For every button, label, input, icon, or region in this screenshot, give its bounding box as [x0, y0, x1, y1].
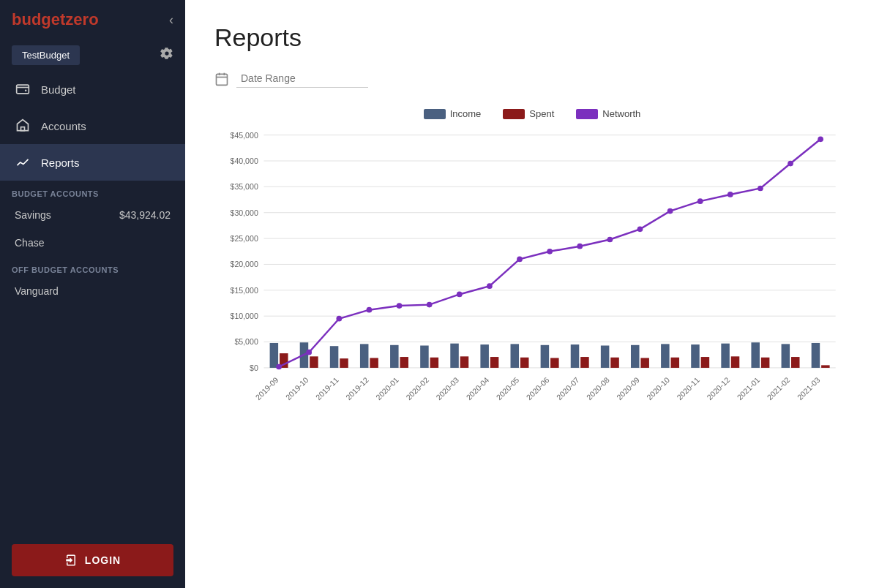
svg-rect-33	[360, 344, 369, 368]
svg-rect-49	[601, 345, 610, 367]
svg-text:2019-10: 2019-10	[284, 375, 310, 402]
svg-text:$40,000: $40,000	[231, 157, 258, 165]
svg-text:$15,000: $15,000	[231, 286, 258, 295]
nav-label-reports: Reports	[41, 157, 80, 169]
calendar-icon	[214, 72, 229, 86]
svg-text:2020-10: 2020-10	[645, 375, 671, 402]
account-name-vanguard: Vanguard	[15, 285, 59, 297]
legend-label-income: Income	[450, 108, 482, 119]
chart-svg: $0$5,000$10,000$15,000$20,000$25,000$30,…	[214, 128, 850, 424]
chart-container: Income Spent Networth $0$5,000$10,000$15…	[214, 108, 850, 424]
svg-text:2019-09: 2019-09	[254, 375, 280, 402]
chart-svg-wrapper: $0$5,000$10,000$15,000$20,000$25,000$30,…	[214, 128, 850, 424]
account-item-chase[interactable]: Chase	[0, 229, 185, 257]
nav-item-reports[interactable]: Reports	[0, 144, 185, 181]
account-balance-savings: $43,924.02	[119, 209, 171, 221]
svg-rect-57	[721, 344, 730, 368]
svg-rect-63	[812, 343, 820, 368]
budget-name-button[interactable]: TestBudget	[12, 45, 80, 65]
account-name-savings: Savings	[15, 209, 51, 221]
svg-point-79	[697, 198, 703, 204]
svg-rect-48	[580, 357, 589, 368]
svg-point-1	[25, 89, 27, 91]
legend-color-networth	[576, 109, 598, 119]
date-range-input[interactable]	[236, 69, 368, 88]
settings-button[interactable]	[160, 47, 173, 64]
svg-point-68	[367, 307, 373, 313]
nav-label-accounts: Accounts	[41, 120, 86, 132]
legend-color-income	[424, 109, 446, 119]
svg-rect-61	[782, 344, 790, 368]
main-content: Reports Income Spent Networth	[185, 0, 879, 588]
svg-point-82	[788, 161, 793, 167]
svg-text:2020-06: 2020-06	[525, 375, 551, 402]
logo: budgetzero	[12, 10, 99, 29]
date-range-row	[214, 69, 850, 88]
svg-rect-40	[460, 356, 469, 368]
svg-rect-30	[310, 356, 318, 368]
nav-item-accounts[interactable]: Accounts	[0, 108, 185, 144]
svg-text:2021-03: 2021-03	[796, 375, 822, 402]
svg-text:2020-12: 2020-12	[705, 375, 731, 402]
svg-point-70	[427, 302, 433, 308]
nav-item-budget[interactable]: Budget	[0, 71, 185, 108]
account-item-vanguard[interactable]: Vanguard	[0, 277, 185, 305]
collapse-button[interactable]: ‹	[169, 12, 173, 28]
svg-point-69	[397, 303, 403, 309]
svg-rect-34	[370, 358, 378, 367]
svg-rect-0	[17, 85, 29, 94]
svg-text:2019-12: 2019-12	[344, 375, 370, 402]
svg-rect-39	[450, 344, 459, 368]
login-icon	[64, 554, 78, 567]
wallet-icon	[15, 81, 31, 97]
svg-rect-35	[390, 345, 399, 368]
account-item-savings[interactable]: Savings $43,924.02	[0, 201, 185, 229]
login-label: LOGIN	[85, 554, 121, 566]
nav-label-budget: Budget	[41, 83, 76, 96]
budget-selector: TestBudget	[0, 39, 185, 71]
account-name-chase: Chase	[15, 237, 44, 249]
svg-rect-64	[821, 365, 830, 368]
legend-networth: Networth	[576, 108, 640, 119]
svg-rect-51	[631, 345, 640, 368]
svg-rect-42	[490, 357, 499, 368]
chart-icon	[15, 154, 31, 170]
svg-text:2020-04: 2020-04	[464, 375, 490, 402]
svg-rect-27	[270, 343, 279, 368]
svg-point-75	[577, 244, 583, 249]
svg-rect-41	[480, 344, 489, 368]
svg-rect-60	[761, 358, 770, 368]
svg-text:$20,000: $20,000	[231, 260, 258, 268]
svg-rect-56	[701, 357, 710, 368]
svg-text:$45,000: $45,000	[231, 131, 258, 140]
svg-text:2020-11: 2020-11	[675, 375, 701, 402]
svg-point-71	[457, 292, 463, 298]
off-budget-accounts-section-label: OFF BUDGET ACCOUNTS	[0, 257, 185, 277]
svg-text:$30,000: $30,000	[231, 208, 258, 217]
bank-icon	[15, 118, 31, 134]
svg-point-81	[758, 186, 763, 192]
svg-rect-46	[550, 358, 559, 367]
login-button[interactable]: LOGIN	[12, 544, 173, 576]
svg-rect-3	[217, 74, 228, 85]
svg-point-80	[727, 192, 733, 197]
svg-text:2021-01: 2021-01	[735, 375, 761, 402]
svg-rect-31	[330, 346, 339, 368]
svg-rect-45	[541, 345, 550, 368]
page-title: Reports	[214, 23, 850, 52]
svg-text:2020-08: 2020-08	[585, 375, 611, 402]
svg-rect-44	[520, 358, 529, 368]
chart-legend: Income Spent Networth	[214, 108, 850, 119]
sidebar: budgetzero ‹ TestBudget Budget	[0, 0, 185, 588]
svg-rect-43	[511, 344, 520, 368]
svg-text:$25,000: $25,000	[231, 234, 258, 243]
gear-icon	[160, 47, 173, 60]
svg-point-72	[487, 283, 493, 289]
svg-text:$35,000: $35,000	[231, 182, 258, 191]
svg-text:2019-11: 2019-11	[314, 375, 340, 402]
svg-rect-50	[610, 358, 619, 368]
svg-rect-55	[691, 344, 700, 368]
svg-rect-62	[791, 357, 800, 368]
svg-rect-58	[731, 356, 740, 368]
svg-rect-38	[430, 358, 439, 368]
